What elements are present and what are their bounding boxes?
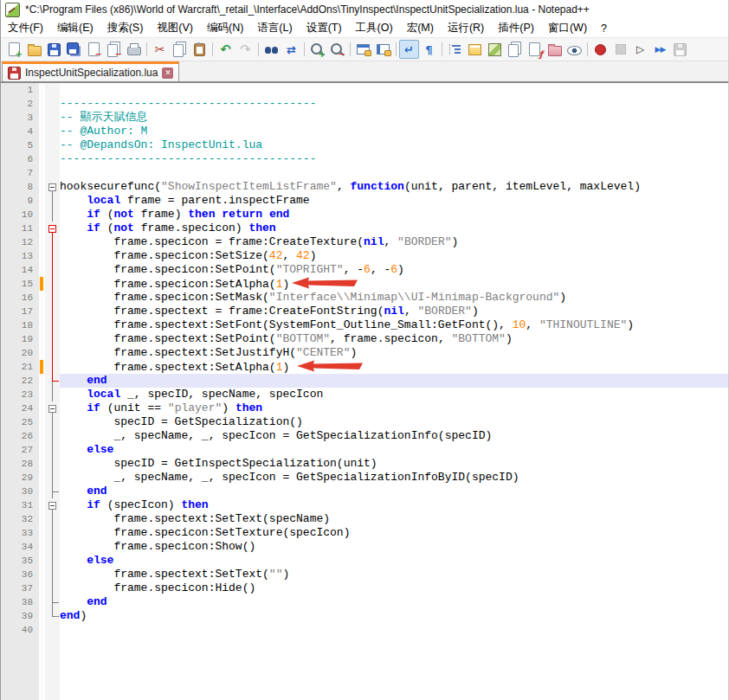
tab-close-icon[interactable]: ✕ — [162, 67, 173, 79]
code-line[interactable]: 11 if (not frame.specicon) then — [1, 222, 728, 235]
code-line[interactable]: 3-- 顯示天賦信息 — [1, 111, 728, 125]
code-line[interactable]: 37 frame.specicon:Hide() — [1, 581, 728, 595]
menu-item-5[interactable]: 语言(L) — [250, 19, 299, 37]
code-line[interactable]: 9 local frame = parent.inspectFrame — [1, 194, 728, 208]
code-line[interactable]: 40 — [1, 623, 728, 637]
code-line[interactable]: 7 — [1, 166, 728, 180]
user-defined-language-button[interactable] — [465, 40, 485, 59]
title-bar: *C:\Program Files (x86)\World of Warcraf… — [1, 0, 728, 19]
menu-item-7[interactable]: 工具(O) — [349, 19, 400, 37]
code-line[interactable]: 39end) — [1, 609, 728, 623]
code-line[interactable]: 8hooksecurefunc("ShowInspectItemListFram… — [1, 180, 728, 194]
save-button[interactable] — [44, 40, 64, 59]
code-line[interactable]: 29 _, specName, _, specIcon = GetSpecial… — [1, 471, 728, 485]
code-line[interactable]: 31 if (specIcon) then — [1, 498, 728, 512]
show-indent-guide-button[interactable] — [445, 40, 465, 59]
code-line[interactable]: 30 end — [1, 485, 728, 498]
fold-marker[interactable] — [45, 180, 60, 194]
file-monitoring-button[interactable] — [564, 40, 584, 59]
document-list-button[interactable] — [505, 40, 525, 59]
save-all-button[interactable] — [64, 40, 84, 59]
code-text: -- 顯示天賦信息 — [60, 111, 728, 125]
menu-item-2[interactable]: 搜索(S) — [100, 19, 151, 37]
code-text — [60, 623, 728, 637]
paste-button[interactable] — [190, 40, 210, 59]
sync-vertical-scroll-button[interactable] — [353, 40, 373, 59]
code-editor[interactable]: 12--------------------------------------… — [1, 83, 728, 700]
line-number: 25 — [1, 415, 39, 429]
fold-margin — [45, 609, 60, 623]
undo-button[interactable]: ↶ — [216, 40, 235, 59]
code-line[interactable]: 20 frame.spectext:SetJustifyH("CENTER") — [1, 346, 728, 360]
code-line[interactable]: 24 if (unit == "player") then — [1, 401, 728, 415]
folder-as-workspace-button[interactable] — [545, 40, 564, 59]
menu-item-8[interactable]: 宏(M) — [400, 19, 441, 37]
replace-button[interactable]: ⇄ — [281, 40, 301, 59]
menu-item-9[interactable]: 运行(R) — [441, 19, 491, 37]
close-button[interactable]: − — [84, 40, 104, 59]
code-line[interactable]: 34 frame.specicon:Show() — [1, 540, 728, 554]
code-line[interactable]: 38 end — [1, 595, 728, 609]
code-line[interactable]: 36 frame.spectext:SetText("") — [1, 568, 728, 581]
menu-item-0[interactable]: 文件(F) — [1, 19, 50, 37]
code-line[interactable]: 22 end — [1, 374, 728, 388]
menu-item-11[interactable]: 窗口(W) — [541, 19, 594, 37]
menu-item-1[interactable]: 编辑(E) — [50, 19, 100, 37]
code-line[interactable]: 23 local _, specID, specName, specIcon — [1, 388, 728, 401]
record-macro-button[interactable] — [590, 40, 610, 59]
fold-marker[interactable] — [45, 222, 60, 235]
menu-item-12[interactable]: ? — [594, 21, 614, 36]
code-line[interactable]: 33 frame.specicon:SetTexture(specIcon) — [1, 526, 728, 540]
code-text: frame.specicon:SetSize(42, 42) — [60, 249, 728, 263]
stop-recording-button[interactable] — [610, 40, 630, 59]
code-line[interactable]: 12 frame.specicon = frame:CreateTexture(… — [1, 235, 728, 249]
open-file-button[interactable] — [24, 40, 44, 59]
close-all-button[interactable]: − — [104, 40, 124, 59]
print-button[interactable] — [124, 40, 144, 59]
code-line[interactable]: 2-------------------------------------- — [1, 97, 728, 111]
line-number: 30 — [1, 485, 39, 498]
redo-button[interactable]: ↷ — [235, 40, 255, 59]
playback-macro-button[interactable]: ▷ — [630, 40, 650, 59]
find-button[interactable] — [261, 40, 281, 59]
copy-button[interactable] — [170, 40, 190, 59]
show-all-characters-button[interactable]: ¶ — [419, 40, 439, 59]
code-line[interactable]: 27 else — [1, 443, 728, 457]
word-wrap-button[interactable]: ↵ — [399, 40, 419, 59]
cut-button[interactable]: ✂ — [150, 40, 170, 59]
code-line[interactable]: 13 frame.specicon:SetSize(42, 42) — [1, 249, 728, 263]
save-recorded-macro-button[interactable] — [670, 40, 690, 59]
document-map-button[interactable] — [485, 40, 505, 59]
code-line[interactable]: 35 else — [1, 554, 728, 568]
code-line[interactable]: 19 frame.spectext:SetPoint("BOTTOM", fra… — [1, 332, 728, 346]
code-line[interactable]: 6-------------------------------------- — [1, 152, 728, 166]
code-line[interactable]: 21 frame.spectext:SetAlpha(1) — [1, 360, 728, 374]
code-line[interactable]: 26 _, specName, _, specIcon = GetSpecial… — [1, 429, 728, 443]
code-line[interactable]: 14 frame.specicon:SetPoint("TOPRIGHT", -… — [1, 263, 728, 277]
code-line[interactable]: 25 specID = GetSpecialization() — [1, 415, 728, 429]
code-line[interactable]: 32 frame.spectext:SetText(specName) — [1, 512, 728, 526]
code-line[interactable]: 1 — [1, 83, 728, 97]
tab-inspectunitspecialization[interactable]: InspectUnitSpecialization.lua ✕ — [2, 61, 179, 81]
code-line[interactable]: 18 frame.spectext:SetFont(SystemFont_Out… — [1, 318, 728, 332]
menu-item-3[interactable]: 视图(V) — [150, 19, 200, 37]
zoom-in-button[interactable]: + — [307, 40, 327, 59]
marker-margin — [39, 540, 45, 554]
run-macro-multiple-times-button[interactable]: ▶▶ — [650, 40, 670, 59]
menu-item-10[interactable]: 插件(P) — [491, 19, 541, 37]
fold-marker[interactable] — [45, 498, 60, 512]
function-list-button[interactable]: ƒ — [525, 40, 545, 59]
code-line[interactable]: 28 specID = GetInspectSpecialization(uni… — [1, 457, 728, 471]
code-line[interactable]: 17 frame.spectext = frame:CreateFontStri… — [1, 305, 728, 318]
sync-horizontal-scroll-button[interactable] — [373, 40, 393, 59]
code-line[interactable]: 5-- @DepandsOn: InspectUnit.lua — [1, 138, 728, 152]
code-line[interactable]: 10 if (not frame) then return end — [1, 208, 728, 222]
fold-marker[interactable] — [45, 401, 60, 415]
code-line[interactable]: 4-- @Author: M — [1, 125, 728, 138]
menu-item-6[interactable]: 设置(T) — [300, 19, 349, 37]
code-line[interactable]: 16 frame.specicon:SetMask("Interface\\Mi… — [1, 291, 728, 305]
code-line[interactable]: 15 frame.specicon:SetAlpha(1) — [1, 277, 728, 291]
new-file-button[interactable]: + — [4, 40, 24, 59]
menu-item-4[interactable]: 编码(N) — [200, 19, 250, 37]
zoom-out-button[interactable]: − — [327, 40, 347, 59]
